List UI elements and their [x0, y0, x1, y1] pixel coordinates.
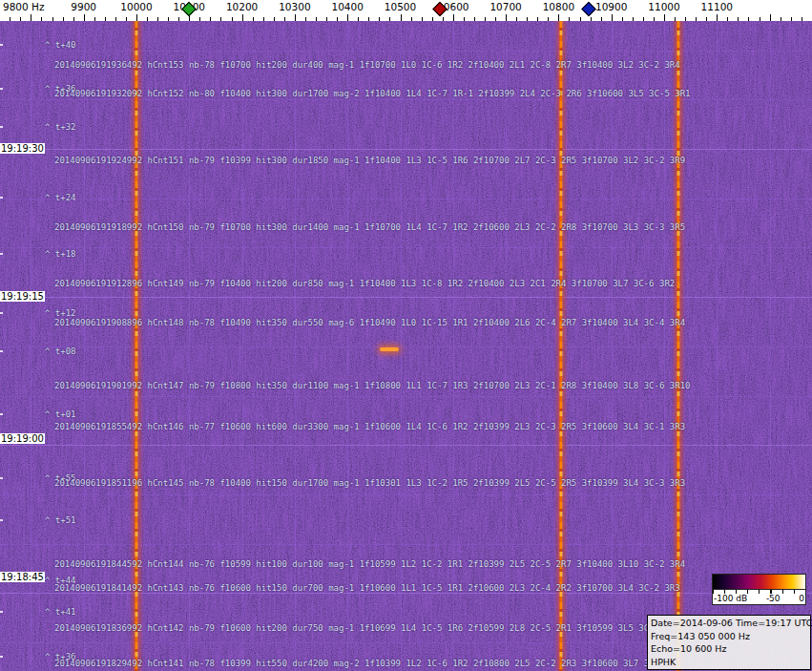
freq-tick-label: 10400 [331, 1, 363, 12]
carrier-line [677, 21, 679, 671]
time-gridline [0, 445, 812, 446]
freq-tick-minor [157, 17, 158, 21]
freq-tick-label: 10200 [226, 1, 258, 12]
freq-tick-major [612, 14, 613, 21]
freq-tick-label: 11000 [648, 1, 679, 12]
freq-tick-minor [696, 17, 697, 21]
info-station-line: HPHK [651, 656, 807, 669]
freq-tick-label: 10900 [595, 1, 627, 12]
freq-tick-label: 10800 [543, 1, 574, 12]
freq-tick-minor [685, 17, 686, 21]
freq-tick-minor [569, 17, 570, 21]
freq-tick-minor [147, 17, 148, 21]
freq-tick-minor [464, 17, 465, 21]
freq-tick-minor [601, 17, 602, 21]
time-gridline [0, 199, 812, 199]
freq-tick-minor [748, 17, 749, 21]
info-box: Date=2014-09-06 Time=19:17 UTC Freq=143 … [647, 615, 811, 670]
freq-tick-minor [495, 17, 496, 21]
freq-tick-major [558, 14, 559, 21]
freq-tick-minor [760, 17, 760, 21]
freq-tick-label: 9900 [71, 1, 96, 12]
freq-tick-minor [527, 17, 528, 21]
colorbar-label-mid: -50 [766, 594, 781, 603]
info-date-line: Date=2014-09-06 Time=19:17 UTC [651, 617, 807, 630]
freq-tick-minor [168, 17, 169, 21]
freq-tick-minor [580, 17, 581, 21]
freq-tick-minor [73, 17, 74, 21]
freq-tick-minor [232, 17, 233, 21]
freq-tick-minor [633, 17, 634, 21]
freq-tick-minor [622, 17, 623, 21]
info-freq-line: Freq=143 050 000 Hz [651, 630, 807, 643]
freq-tick-minor [316, 17, 317, 21]
freq-tick-minor [210, 17, 211, 21]
time-gridline [0, 593, 812, 594]
colorbar-label-min: -100 dB [714, 594, 747, 603]
freq-tick-major [717, 14, 718, 21]
freq-tick-minor [178, 17, 179, 21]
colorbar-labels: -100 dB -50 0 [713, 594, 805, 604]
freq-tick-minor [220, 17, 221, 21]
freq-tick-minor [443, 17, 444, 21]
colorbar-legend: -100 dB -50 0 [712, 574, 806, 605]
freq-tick-label: 10500 [385, 1, 416, 12]
freq-tick-major [770, 14, 771, 21]
colorbar-gradient [713, 575, 805, 590]
time-gridline [0, 149, 812, 150]
freq-tick-minor [432, 17, 433, 21]
colorbar-label-max: 0 [799, 594, 804, 603]
freq-tick-minor [199, 17, 200, 21]
freq-tick-minor [389, 17, 390, 21]
freq-tick-major [136, 14, 137, 21]
freq-tick-minor [379, 17, 380, 21]
freq-tick-minor [94, 17, 95, 21]
freq-tick-minor [274, 17, 275, 21]
freq-tick-label: 10000 [120, 1, 152, 12]
freq-tick-minor [537, 17, 538, 21]
freq-tick-minor [358, 17, 359, 21]
freq-tick-minor [20, 17, 21, 21]
freq-tick-minor [368, 17, 369, 21]
freq-tick-major [453, 14, 454, 21]
freq-tick-label: 10700 [489, 1, 521, 12]
time-gridline [0, 494, 812, 495]
freq-tick-major [347, 14, 348, 21]
freq-tick-minor [126, 17, 127, 21]
freq-tick-major [242, 14, 243, 21]
time-gridline [0, 346, 812, 347]
freq-tick-major [31, 14, 31, 21]
spectrogram-app: 9800 Hz990010000101001020010300104001050… [0, 0, 812, 671]
freq-tick-major [664, 14, 665, 21]
freq-tick-minor [305, 17, 306, 21]
freq-tick-minor [654, 17, 655, 21]
spectrogram [0, 21, 812, 671]
freq-tick-minor [706, 17, 707, 21]
freq-tick-minor [52, 17, 53, 21]
freq-tick-minor [485, 17, 486, 21]
freq-tick-minor [474, 17, 475, 21]
blue-diamond [581, 2, 596, 17]
freq-tick-minor [63, 17, 64, 21]
freq-tick-minor [10, 17, 10, 21]
time-gridline [0, 247, 812, 248]
freq-tick-minor [284, 17, 285, 21]
info-echo-line: Echo=10 600 Hz [651, 642, 807, 656]
time-gridline [0, 396, 812, 397]
freq-tick-minor [422, 17, 423, 21]
freq-tick-label: 10300 [279, 1, 310, 12]
freq-tick-minor [675, 17, 676, 21]
freq-tick-minor [115, 17, 116, 21]
freq-tick-minor [263, 17, 264, 21]
freq-tick-major [506, 14, 507, 21]
freq-tick-minor [548, 17, 549, 21]
carrier-line [560, 21, 563, 671]
time-gridline [0, 99, 812, 100]
freq-tick-minor [791, 17, 792, 21]
freq-tick-minor [326, 17, 327, 21]
freq-tick-minor [253, 17, 254, 21]
freq-tick-major [84, 14, 85, 21]
freq-tick-label: 9800 Hz [3, 1, 44, 12]
time-gridline [0, 51, 812, 52]
freq-tick-minor [41, 17, 42, 21]
